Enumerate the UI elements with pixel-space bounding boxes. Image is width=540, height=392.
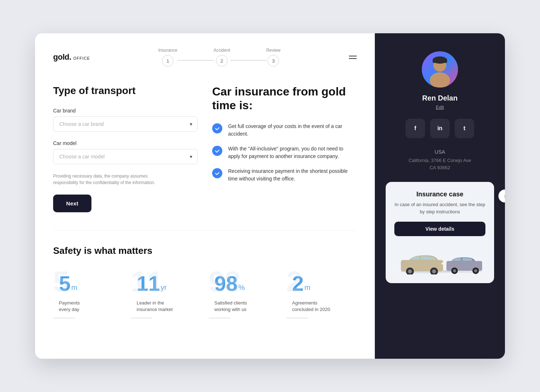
info-title: Car insurance from gold time is: <box>212 85 357 112</box>
form-section: Type of transport Car brand Choose a car… <box>53 85 198 212</box>
stats-grid: 5 5 m Paymentsevery day 11 11 yr Leader … <box>53 267 357 319</box>
svg-point-2 <box>430 72 450 88</box>
step-review: Review 3 <box>266 48 280 67</box>
stat-card-clients: 98 98 % Satisfied clientsworking with us <box>209 267 279 319</box>
insurance-case-card: Insurance case In case of an insured acc… <box>386 182 494 283</box>
feature-text-1: Get full coverage of your costs in the e… <box>228 123 357 138</box>
edit-profile-link[interactable]: Edit <box>436 105 444 110</box>
user-name: Ren Delan <box>422 94 458 102</box>
svg-rect-4 <box>433 59 447 63</box>
stat-label-1: Paymentsevery day <box>59 300 118 313</box>
check-icon-1 <box>212 123 222 133</box>
insurance-card-desc: In case of an insured accident, see the … <box>394 201 485 215</box>
chevron-right-button[interactable]: › <box>498 189 505 203</box>
view-details-button[interactable]: View details <box>394 222 485 236</box>
privacy-note: Providing necessary data, the company as… <box>53 173 162 186</box>
social-buttons: f in t <box>406 119 474 138</box>
car-model-select-wrapper[interactable]: Choose a car model ▾ <box>53 149 198 164</box>
twitter-button[interactable]: t <box>455 119 474 138</box>
car-brand-field: Car brand Choose a car brand ▾ <box>53 108 198 132</box>
car-brand-select-wrapper[interactable]: Choose a car brand ▾ <box>53 116 198 132</box>
user-location: USA California, 3766 E Conejo Ave CA 936… <box>408 149 471 171</box>
stepper: Insurance 1 Accident 2 Review 3 <box>158 48 280 67</box>
stat-suffix-4: m <box>304 284 310 291</box>
car-brand-select[interactable]: Choose a car brand <box>53 117 197 131</box>
insurance-card-title: Insurance case <box>394 191 485 198</box>
stat-label-4: Agreementsconcluded in 2020 <box>292 300 351 313</box>
svg-rect-12 <box>442 263 444 264</box>
step-insurance: Insurance 1 <box>158 48 177 67</box>
feature-item-2: With the "All-inclusive" program, you do… <box>212 145 357 160</box>
svg-point-15 <box>453 269 456 272</box>
form-title: Type of transport <box>53 85 198 97</box>
car-illustration <box>394 242 485 274</box>
stats-title: Safety is what matters <box>53 245 357 256</box>
check-icon-3 <box>212 168 222 178</box>
stats-section: Safety is what matters 5 5 m Paymentseve… <box>53 230 357 319</box>
right-panel: › Ren Delan Edit <box>375 33 505 359</box>
hamburger-menu[interactable] <box>349 56 357 59</box>
step-accident: Accident 2 <box>214 48 230 67</box>
next-button[interactable]: Next <box>53 195 91 212</box>
left-panel: gold. OFFICE Insurance 1 Accident 2 Revi… <box>35 33 375 359</box>
svg-point-9 <box>408 269 412 273</box>
car-brand-label: Car brand <box>53 108 198 114</box>
svg-point-17 <box>474 269 477 272</box>
location-country: USA <box>408 149 471 155</box>
feature-item-1: Get full coverage of your costs in the e… <box>212 123 357 138</box>
step-connector-1 <box>177 60 214 61</box>
car-model-field: Car model Choose a car model ▾ <box>53 140 198 164</box>
logo: gold. OFFICE <box>53 52 90 62</box>
stat-label-3: Satisfied clientsworking with us <box>214 300 273 313</box>
feature-text-3: Receiving insurance payment in the short… <box>228 167 357 183</box>
stat-card-payments: 5 5 m Paymentsevery day <box>53 267 124 319</box>
location-address: California, 3766 E Conejo Ave CA 93662 <box>408 157 471 171</box>
stat-suffix-1: m <box>71 284 77 291</box>
svg-point-11 <box>432 269 436 273</box>
feature-item-3: Receiving insurance payment in the short… <box>212 167 357 183</box>
facebook-button[interactable]: f <box>406 119 425 138</box>
feature-text-2: With the "All-inclusive" program, you do… <box>228 145 357 160</box>
car-model-select[interactable]: Choose a car model <box>53 149 197 164</box>
linkedin-button[interactable]: in <box>430 119 450 138</box>
step-connector-2 <box>230 60 266 61</box>
header: gold. OFFICE Insurance 1 Accident 2 Revi… <box>53 48 357 67</box>
main-content: Type of transport Car brand Choose a car… <box>53 85 357 212</box>
stat-card-leader: 11 11 yr Leader in theinsurance market <box>131 267 201 319</box>
feature-list: Get full coverage of your costs in the e… <box>212 123 357 183</box>
avatar <box>422 51 458 88</box>
check-icon-2 <box>212 146 222 156</box>
stat-card-agreements: 2 2 m Agreementsconcluded in 2020 <box>286 267 357 319</box>
info-section: Car insurance from gold time is: Get ful… <box>212 85 357 212</box>
stat-label-2: Leader in theinsurance market <box>137 300 196 313</box>
car-model-label: Car model <box>53 140 198 146</box>
